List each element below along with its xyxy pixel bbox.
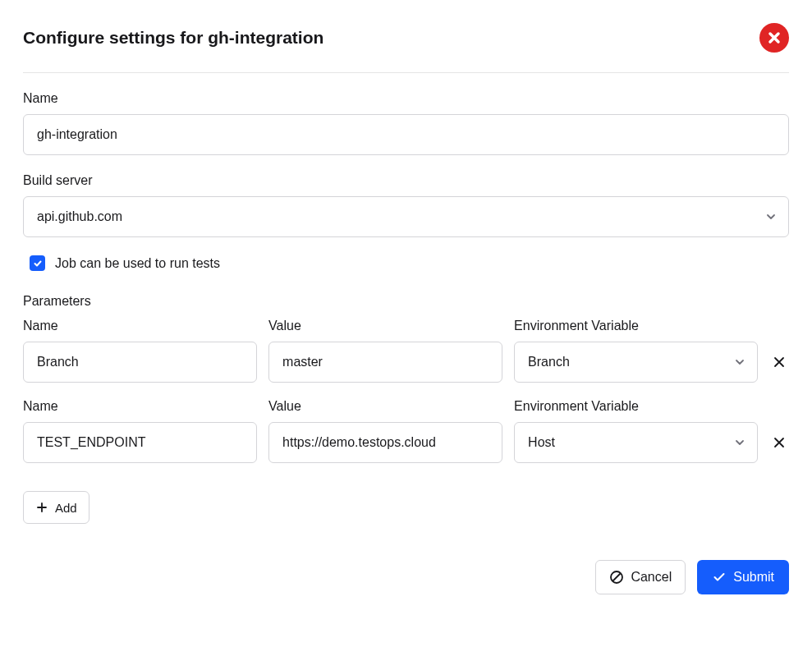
dialog-footer: Cancel Submit — [23, 560, 789, 594]
job-run-tests-checkbox[interactable] — [30, 255, 45, 271]
param-envvar-select[interactable] — [514, 422, 758, 463]
param-row: Name Value Environment Variable — [23, 399, 789, 463]
x-icon — [772, 355, 787, 369]
param-envvar-label: Environment Variable — [514, 399, 758, 414]
param-envvar-select[interactable] — [514, 342, 758, 383]
param-value-input[interactable] — [268, 342, 502, 383]
add-parameter-button[interactable]: Add — [23, 491, 89, 524]
param-value-input[interactable] — [268, 422, 502, 463]
job-checkbox-label: Job can be used to run tests — [55, 256, 220, 271]
param-row: Name Value Environment Variable — [23, 319, 789, 383]
plus-icon — [35, 501, 48, 514]
check-icon — [33, 259, 43, 268]
parameters-section-label: Parameters — [23, 294, 789, 309]
svg-line-1 — [613, 574, 621, 581]
param-envvar-label: Environment Variable — [514, 319, 758, 333]
add-button-label: Add — [55, 501, 77, 515]
param-remove-button[interactable] — [769, 422, 789, 463]
param-value-label: Value — [268, 319, 502, 333]
name-label: Name — [23, 91, 789, 106]
submit-button-label: Submit — [733, 570, 774, 585]
check-icon — [712, 570, 727, 585]
close-button[interactable] — [759, 23, 789, 53]
build-server-field-group: Build server — [23, 173, 789, 237]
build-server-label: Build server — [23, 173, 789, 188]
dialog-title: Configure settings for gh-integration — [23, 28, 323, 48]
submit-button[interactable]: Submit — [697, 560, 789, 594]
build-server-select[interactable] — [23, 196, 789, 237]
name-field-group: Name — [23, 91, 789, 155]
cancel-icon — [609, 570, 624, 585]
param-name-label: Name — [23, 319, 257, 333]
cancel-button-label: Cancel — [631, 570, 672, 585]
param-name-label: Name — [23, 399, 257, 414]
param-name-input[interactable] — [23, 342, 257, 383]
x-icon — [772, 435, 787, 450]
close-icon — [766, 30, 782, 46]
job-checkbox-row: Job can be used to run tests — [23, 255, 789, 271]
dialog-header: Configure settings for gh-integration — [23, 23, 789, 73]
param-name-input[interactable] — [23, 422, 257, 463]
param-value-label: Value — [268, 399, 502, 414]
cancel-button[interactable]: Cancel — [595, 560, 686, 594]
param-remove-button[interactable] — [769, 342, 789, 383]
name-input[interactable] — [23, 114, 789, 155]
